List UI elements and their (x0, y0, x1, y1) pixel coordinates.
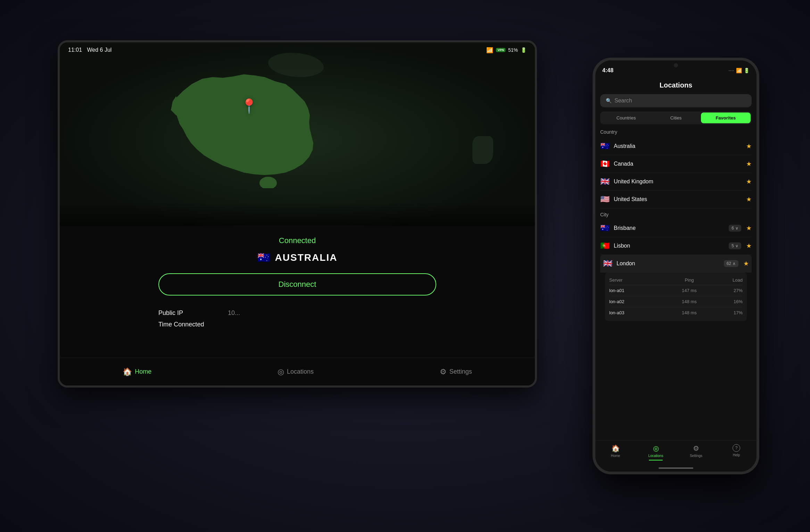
search-placeholder: Search (614, 98, 632, 104)
time-connected-label: Time Connected (158, 321, 221, 328)
australia-name: Australia (614, 143, 743, 149)
ping-col-header: Ping (663, 277, 716, 283)
lisbon-flag: 🇵🇹 (600, 241, 610, 250)
brisbane-star: ★ (746, 224, 752, 232)
list-item-brisbane[interactable]: 🇦🇺 Brisbane 6 ∨ ★ (600, 219, 752, 237)
server-row-1[interactable]: lon-a01 147 ms 27% (609, 285, 743, 296)
public-ip-value: 10... (228, 309, 240, 317)
london-star: ★ (743, 260, 749, 267)
phone-header-title: Locations (595, 78, 757, 94)
connected-status: Connected (279, 236, 316, 245)
uk-star: ★ (746, 178, 752, 185)
phone-nav-home[interactable]: 🏠 Home (603, 444, 628, 458)
tablet-nav-locations[interactable]: ◎ Locations (271, 364, 321, 380)
wifi-icon: 📶 (486, 47, 493, 53)
list-item-us[interactable]: 🇺🇸 United States ★ (600, 191, 752, 208)
country-flag: 🇦🇺 (257, 251, 270, 264)
australia-map-shape: 📍 (115, 56, 365, 188)
tablet-device: 11:01 Wed 6 Jul 📶 VPN 51% 🔋 (58, 40, 537, 388)
australia-flag: 🇦🇺 (600, 142, 610, 151)
server-ping-3: 148 ms (663, 310, 716, 315)
list-item-london[interactable]: 🇬🇧 London 62 ∧ ★ (600, 255, 752, 273)
public-ip-row: Public IP 10... (158, 309, 436, 317)
server-load-1: 27% (716, 288, 743, 293)
australia-star: ★ (746, 142, 752, 150)
phone-nav: 🏠 Home ◎ Locations ⚙ Settings ? Help (595, 440, 757, 472)
phone-tabs: Countries Cities Favorites (600, 111, 752, 124)
location-list: Country 🇦🇺 Australia ★ 🇨🇦 Canada ★ (595, 129, 757, 321)
server-ping-1: 147 ms (663, 288, 716, 293)
tab-cities[interactable]: Cities (651, 113, 701, 123)
tablet-status-right: 📶 VPN 51% 🔋 (486, 47, 527, 53)
phone-help-label: Help (733, 453, 740, 457)
chevron-down-icon-lisbon: ∨ (735, 243, 738, 248)
tablet-statusbar: 11:01 Wed 6 Jul 📶 VPN 51% 🔋 (60, 42, 535, 58)
disconnect-button[interactable]: Disconnect (158, 273, 436, 296)
us-star: ★ (746, 196, 752, 203)
phone-home-icon: 🏠 (611, 444, 620, 452)
tablet-nav-home[interactable]: 🏠 Home (116, 364, 158, 380)
search-bar[interactable]: 🔍 Search (600, 94, 752, 107)
phone-locations-icon: ◎ (653, 444, 659, 452)
server-row-2[interactable]: lon-a02 148 ms 16% (609, 296, 743, 307)
phone-content: Locations 🔍 Search Countries Cities Favo… (595, 78, 757, 447)
server-table-header: Server Ping Load (609, 275, 743, 285)
home-indicator (659, 467, 693, 469)
public-ip-label: Public IP (158, 309, 221, 317)
search-icon: 🔍 (606, 98, 612, 103)
chevron-down-icon: ∨ (735, 226, 738, 231)
list-item-canada[interactable]: 🇨🇦 Canada ★ (600, 155, 752, 173)
list-item-uk[interactable]: 🇬🇧 United Kingdom ★ (600, 173, 752, 191)
server-name-3: lon-a03 (609, 310, 663, 315)
uk-name: United Kingdom (614, 178, 743, 185)
phone-help-icon: ? (733, 444, 740, 452)
tablet-nav-settings[interactable]: ⚙ Settings (433, 364, 479, 380)
server-row-3[interactable]: lon-a03 148 ms 17% (609, 307, 743, 318)
phone-nav-help[interactable]: ? Help (724, 444, 749, 457)
london-count-badge: 62 ∧ (724, 260, 738, 267)
phone-statusbar: 4:48 ···· 📶 🔋 (595, 60, 757, 78)
locations-icon: ◎ (278, 367, 284, 376)
vpn-badge: VPN (496, 48, 505, 52)
phone-time: 4:48 (602, 67, 613, 74)
brisbane-flag: 🇦🇺 (600, 224, 610, 233)
canada-flag: 🇨🇦 (600, 159, 610, 168)
us-name: United States (614, 196, 743, 202)
london-flag: 🇬🇧 (603, 259, 612, 268)
nz-shape (472, 136, 493, 164)
brisbane-name: Brisbane (614, 225, 729, 231)
map-pin: 📍 (240, 98, 258, 114)
server-load-2: 16% (716, 299, 743, 304)
list-item-australia[interactable]: 🇦🇺 Australia ★ (600, 138, 752, 155)
wifi-icon-phone: 📶 (736, 68, 742, 73)
tab-favorites[interactable]: Favorites (701, 113, 751, 123)
us-flag: 🇺🇸 (600, 195, 610, 204)
phone-nav-underline (649, 460, 663, 460)
battery-icon: 🔋 (521, 47, 527, 53)
phone-status-right: ···· 📶 🔋 (729, 68, 750, 73)
server-name-1: lon-a01 (609, 288, 663, 293)
phone-home-label: Home (611, 454, 620, 458)
time-connected-row: Time Connected (158, 321, 436, 328)
server-table: Server Ping Load lon-a01 147 ms 27% (605, 273, 747, 321)
canada-star: ★ (746, 160, 752, 168)
server-ping-2: 148 ms (663, 299, 716, 304)
phone-camera (674, 63, 678, 67)
country-section-label: Country (600, 129, 752, 135)
list-item-lisbon[interactable]: 🇵🇹 Lisbon 5 ∨ ★ (600, 237, 752, 255)
lisbon-count-badge: 5 ∨ (729, 242, 741, 249)
tablet-map: 📍 (60, 42, 535, 237)
server-load-3: 17% (716, 310, 743, 315)
server-name-2: lon-a02 (609, 299, 663, 304)
phone-nav-locations[interactable]: ◎ Locations (644, 444, 668, 460)
phone-device: 4:48 ···· 📶 🔋 Locations 🔍 Search (593, 58, 759, 474)
brisbane-count-badge: 6 ∨ (729, 225, 741, 232)
server-col-header: Server (609, 277, 663, 283)
canada-name: Canada (614, 161, 743, 167)
chevron-up-icon: ∧ (733, 261, 736, 266)
tab-countries[interactable]: Countries (601, 113, 651, 123)
phone-nav-settings[interactable]: ⚙ Settings (684, 444, 708, 458)
uk-flag: 🇬🇧 (600, 177, 610, 186)
signal-icon: ···· (729, 68, 734, 73)
home-icon: 🏠 (123, 367, 132, 376)
